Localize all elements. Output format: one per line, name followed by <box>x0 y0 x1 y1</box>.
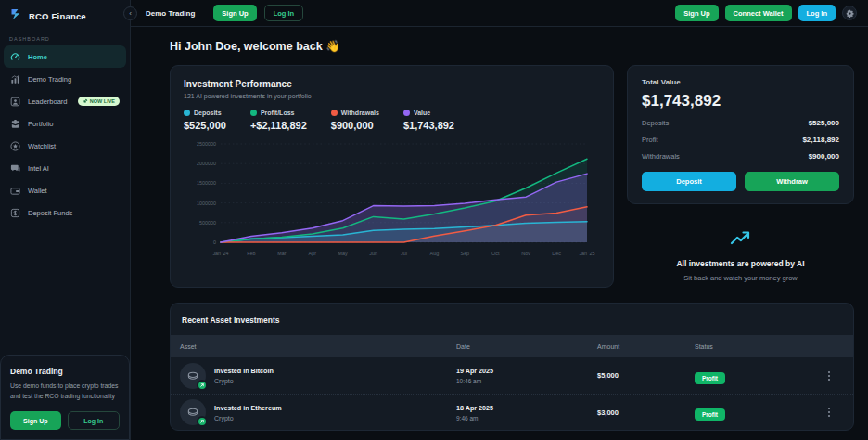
invest-date: 18 Apr 2025 <box>456 404 588 412</box>
invest-time: 10:46 am <box>456 378 588 384</box>
legend-dot-withdrawals <box>331 110 338 116</box>
topbar-login-button[interactable]: Log In <box>264 5 304 21</box>
svg-text:2000000: 2000000 <box>197 161 216 166</box>
row-menu-button[interactable] <box>823 371 836 381</box>
svg-text:Feb: Feb <box>247 251 255 256</box>
legend-dot-deposits <box>184 110 190 116</box>
svg-text:Jan '24: Jan '24 <box>212 251 228 256</box>
svg-text:Oct: Oct <box>491 251 500 256</box>
invest-date: 19 Apr 2025 <box>456 367 588 375</box>
settings-gear-button[interactable] <box>842 6 857 20</box>
svg-text:Jun: Jun <box>369 251 377 256</box>
brand-logo-row[interactable]: RCO Finance <box>0 0 130 31</box>
bar-chart-icon <box>10 74 20 84</box>
svg-text:Jul: Jul <box>401 251 407 256</box>
col-header-status: Status <box>685 343 823 350</box>
sidebar-item-portfolio[interactable]: Portfolio <box>4 112 126 135</box>
legend-withdrawals: Withdrawals $900,000 <box>331 110 379 131</box>
legend-dot-value <box>403 110 410 116</box>
sidebar-nav: Home Demo Trading Leaderboard NOW LIVE <box>0 45 130 224</box>
promo-title: Demo Trading <box>10 367 120 376</box>
right-column: Total Value $1,743,892 Deposits$525,000 … <box>627 65 854 288</box>
sidebar-item-home[interactable]: Home <box>4 45 126 68</box>
status-badge: Profit <box>695 372 725 384</box>
promo-signup-button[interactable]: Sign Up <box>10 411 61 430</box>
coin-icon <box>186 369 199 382</box>
sidebar-demo-promo: Demo Trading Use demo funds to place cry… <box>0 355 130 440</box>
sidebar-collapse-button[interactable]: ‹ <box>123 6 137 20</box>
sidebar-item-deposit-funds[interactable]: Deposit Funds <box>4 201 126 224</box>
svg-text:1500000: 1500000 <box>197 180 216 186</box>
svg-text:Sep: Sep <box>461 251 470 256</box>
topbar-context-label: Demo Trading <box>146 9 195 18</box>
performance-title: Investment Performance <box>184 79 600 89</box>
total-row-profit: Profit$2,118,892 <box>642 136 839 144</box>
row-menu-button[interactable] <box>823 408 836 417</box>
page-title: Hi John Doe, welcome back 👋 <box>170 39 854 53</box>
performance-chart-area[interactable]: 05000001000000150000020000002500000Jan '… <box>184 136 600 268</box>
ai-promo-subtitle: Sit back and watch your money grow <box>627 274 854 282</box>
asset-avatar <box>180 363 206 389</box>
legend-deposits: Deposits $525,000 <box>184 110 226 131</box>
withdraw-button[interactable]: Withdraw <box>745 172 839 191</box>
star-icon <box>10 141 20 151</box>
trending-up-icon <box>730 230 752 246</box>
svg-text:Mar: Mar <box>277 251 286 256</box>
asset-avatar <box>180 399 206 425</box>
sidebar-item-demo-trading[interactable]: Demo Trading <box>4 68 126 90</box>
sidebar-item-label: Deposit Funds <box>28 209 72 217</box>
table-row[interactable]: Invested in Ethereum Crypto 18 Apr 2025 … <box>171 394 853 430</box>
app-root: RCO Finance DASHBOARD Home Demo Trading <box>0 0 868 440</box>
chat-icon <box>10 163 20 174</box>
sidebar-item-label: Intel AI <box>28 164 49 173</box>
signup-button[interactable]: Sign Up <box>675 5 718 21</box>
total-value-label: Total Value <box>642 78 839 86</box>
sidebar-item-watchlist[interactable]: Watchlist <box>4 135 126 157</box>
promo-login-button[interactable]: Log In <box>68 411 121 430</box>
total-value-card: Total Value $1,743,892 Deposits$525,000 … <box>627 65 854 204</box>
sidebar: RCO Finance DASHBOARD Home Demo Trading <box>0 0 131 440</box>
sidebar-section-label: DASHBOARD <box>0 31 130 45</box>
table-row[interactable]: Invested in Bitcoin Crypto 19 Apr 2025 1… <box>171 357 853 394</box>
legend-dot-profit <box>250 110 257 116</box>
sidebar-item-leaderboard[interactable]: Leaderboard NOW LIVE <box>4 90 126 112</box>
invest-amount: $5,000 <box>588 371 685 380</box>
briefcase-icon <box>10 119 20 129</box>
invest-arrow-badge <box>197 380 208 391</box>
connect-wallet-button[interactable]: Connect Wallet <box>725 5 792 21</box>
svg-text:Apr: Apr <box>309 251 317 256</box>
svg-text:Nov: Nov <box>521 251 530 256</box>
total-value-amount: $1,743,892 <box>642 92 839 110</box>
status-badge: Profit <box>695 408 725 421</box>
total-row-deposits: Deposits$525,000 <box>642 119 839 127</box>
promo-text: Use demo funds to place crypto trades an… <box>10 382 120 402</box>
svg-text:0: 0 <box>213 239 216 245</box>
investment-performance-card: Investment Performance 121 AI powered in… <box>170 65 614 288</box>
gauge-icon <box>10 52 20 62</box>
invest-time: 9:46 am <box>456 415 588 421</box>
svg-text:May: May <box>338 251 348 256</box>
login-button[interactable]: Log In <box>798 5 836 21</box>
sidebar-item-intel-ai[interactable]: Intel AI <box>4 157 126 179</box>
table-title: Recent Asset Investments <box>171 304 853 335</box>
svg-text:Jan '25: Jan '25 <box>579 251 594 256</box>
sidebar-item-label: Leaderboard <box>28 97 68 106</box>
invest-amount: $3,000 <box>588 408 685 417</box>
recent-investments-card: Recent Asset Investments Asset Date Amou… <box>170 303 854 431</box>
person-icon <box>10 97 20 107</box>
sidebar-item-label: Portfolio <box>28 120 54 128</box>
brand-logo-icon <box>9 7 23 25</box>
deposit-button[interactable]: Deposit <box>642 172 736 191</box>
performance-chart: 05000001000000150000020000002500000Jan '… <box>184 136 602 265</box>
brand-name: RCO Finance <box>29 11 86 21</box>
asset-name: Invested in Bitcoin <box>214 367 274 375</box>
now-live-badge: NOW LIVE <box>78 97 120 106</box>
sidebar-item-wallet[interactable]: Wallet <box>4 179 126 201</box>
ai-promo-title: All investments are powered by AI <box>627 259 854 268</box>
legend-profit-loss: Profit/Loss +$2,118,892 <box>250 110 307 131</box>
sidebar-item-label: Home <box>28 53 47 61</box>
svg-text:Dec: Dec <box>552 251 561 256</box>
invest-arrow-badge <box>197 416 208 427</box>
sidebar-item-label: Wallet <box>28 187 47 195</box>
topbar-signup-button[interactable]: Sign Up <box>213 5 256 21</box>
